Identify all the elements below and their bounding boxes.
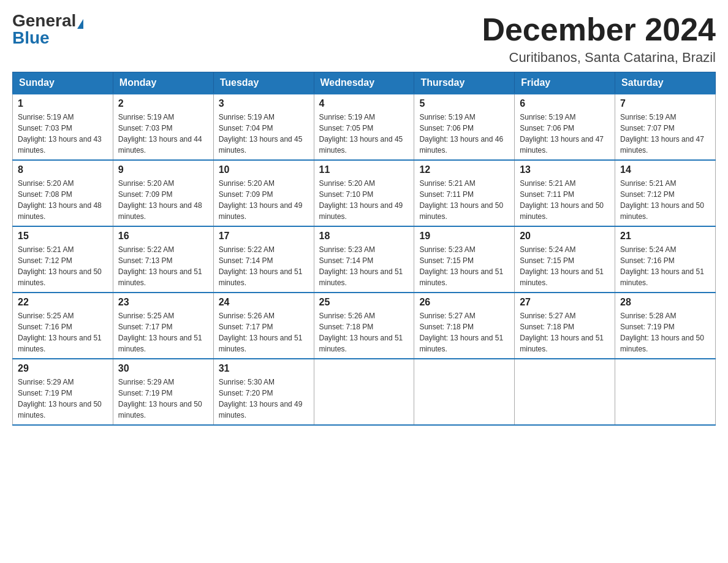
day-info: Sunrise: 5:21 AM Sunset: 7:12 PM Dayligh… xyxy=(620,178,710,222)
day-number: 22 xyxy=(18,297,108,308)
day-info: Sunrise: 5:19 AM Sunset: 7:03 PM Dayligh… xyxy=(118,112,208,156)
sunset-label: Sunset: 7:20 PM xyxy=(219,389,273,397)
sunrise-label: Sunrise: 5:24 AM xyxy=(520,245,575,254)
week-row-3: 15 Sunrise: 5:21 AM Sunset: 7:12 PM Dayl… xyxy=(13,226,716,293)
calendar-header-row: SundayMondayTuesdayWednesdayThursdayFrid… xyxy=(13,72,716,94)
day-number: 17 xyxy=(219,231,309,242)
day-info: Sunrise: 5:23 AM Sunset: 7:14 PM Dayligh… xyxy=(319,244,409,288)
sunrise-label: Sunrise: 5:21 AM xyxy=(620,179,676,188)
daylight-label: Daylight: 13 hours and 45 minutes. xyxy=(219,135,303,155)
calendar-cell xyxy=(615,359,716,425)
day-info: Sunrise: 5:22 AM Sunset: 7:14 PM Dayligh… xyxy=(219,244,309,288)
day-number: 30 xyxy=(118,363,208,374)
daylight-label: Daylight: 13 hours and 43 minutes. xyxy=(18,135,102,155)
daylight-label: Daylight: 13 hours and 45 minutes. xyxy=(319,135,403,155)
header-friday: Friday xyxy=(515,72,615,94)
calendar-table: SundayMondayTuesdayWednesdayThursdayFrid… xyxy=(12,72,716,426)
sunrise-label: Sunrise: 5:25 AM xyxy=(118,312,174,320)
sunset-label: Sunset: 7:07 PM xyxy=(620,124,675,132)
day-number: 16 xyxy=(118,231,208,242)
calendar-cell: 14 Sunrise: 5:21 AM Sunset: 7:12 PM Dayl… xyxy=(615,160,716,226)
week-row-5: 29 Sunrise: 5:29 AM Sunset: 7:19 PM Dayl… xyxy=(13,359,716,425)
sunset-label: Sunset: 7:11 PM xyxy=(520,190,574,199)
day-info: Sunrise: 5:20 AM Sunset: 7:08 PM Dayligh… xyxy=(18,178,108,222)
calendar-cell: 19 Sunrise: 5:23 AM Sunset: 7:15 PM Dayl… xyxy=(414,226,515,293)
sunrise-label: Sunrise: 5:29 AM xyxy=(118,378,174,386)
sunrise-label: Sunrise: 5:22 AM xyxy=(219,245,275,254)
calendar-cell: 8 Sunrise: 5:20 AM Sunset: 7:08 PM Dayli… xyxy=(13,160,113,226)
title-section: December 2024 Curitibanos, Santa Catarin… xyxy=(482,12,716,66)
calendar-cell: 16 Sunrise: 5:22 AM Sunset: 7:13 PM Dayl… xyxy=(113,226,213,293)
calendar-cell: 25 Sunrise: 5:26 AM Sunset: 7:18 PM Dayl… xyxy=(314,293,414,359)
sunset-label: Sunset: 7:03 PM xyxy=(18,124,72,132)
calendar-cell: 10 Sunrise: 5:20 AM Sunset: 7:09 PM Dayl… xyxy=(213,160,314,226)
sunset-label: Sunset: 7:19 PM xyxy=(18,389,72,397)
sunset-label: Sunset: 7:13 PM xyxy=(118,256,173,265)
sunset-label: Sunset: 7:10 PM xyxy=(319,190,374,199)
sunrise-label: Sunrise: 5:19 AM xyxy=(419,113,475,121)
calendar-cell: 26 Sunrise: 5:27 AM Sunset: 7:18 PM Dayl… xyxy=(414,293,515,359)
calendar-cell xyxy=(515,359,615,425)
sunrise-label: Sunrise: 5:19 AM xyxy=(620,113,676,121)
day-number: 28 xyxy=(620,297,710,308)
day-number: 12 xyxy=(419,164,509,175)
daylight-label: Daylight: 13 hours and 50 minutes. xyxy=(620,334,704,353)
day-info: Sunrise: 5:27 AM Sunset: 7:18 PM Dayligh… xyxy=(419,310,509,354)
day-number: 5 xyxy=(419,98,509,109)
daylight-label: Daylight: 13 hours and 50 minutes. xyxy=(419,201,503,221)
day-number: 25 xyxy=(319,297,409,308)
day-number: 21 xyxy=(620,231,710,242)
sunset-label: Sunset: 7:15 PM xyxy=(419,256,474,265)
daylight-label: Daylight: 13 hours and 50 minutes. xyxy=(18,400,102,419)
day-number: 29 xyxy=(18,363,108,374)
sunrise-label: Sunrise: 5:21 AM xyxy=(419,179,475,188)
location-title: Curitibanos, Santa Catarina, Brazil xyxy=(482,50,716,66)
day-info: Sunrise: 5:19 AM Sunset: 7:05 PM Dayligh… xyxy=(319,112,409,156)
sunrise-label: Sunrise: 5:26 AM xyxy=(219,312,275,320)
sunset-label: Sunset: 7:06 PM xyxy=(520,124,574,132)
day-number: 27 xyxy=(520,297,610,308)
sunset-label: Sunset: 7:08 PM xyxy=(18,190,72,199)
sunset-label: Sunset: 7:09 PM xyxy=(118,190,173,199)
month-title: December 2024 xyxy=(482,12,716,47)
daylight-label: Daylight: 13 hours and 51 minutes. xyxy=(118,267,202,287)
daylight-label: Daylight: 13 hours and 51 minutes. xyxy=(319,267,403,287)
logo-triangle-icon xyxy=(77,19,83,29)
logo-blue-text: Blue xyxy=(12,29,50,47)
sunset-label: Sunset: 7:05 PM xyxy=(319,124,374,132)
calendar-cell: 22 Sunrise: 5:25 AM Sunset: 7:16 PM Dayl… xyxy=(13,293,113,359)
sunset-label: Sunset: 7:14 PM xyxy=(319,256,374,265)
sunrise-label: Sunrise: 5:21 AM xyxy=(520,179,575,188)
calendar-cell: 12 Sunrise: 5:21 AM Sunset: 7:11 PM Dayl… xyxy=(414,160,515,226)
sunset-label: Sunset: 7:15 PM xyxy=(520,256,574,265)
day-info: Sunrise: 5:23 AM Sunset: 7:15 PM Dayligh… xyxy=(419,244,509,288)
daylight-label: Daylight: 13 hours and 51 minutes. xyxy=(118,334,202,353)
calendar-cell: 23 Sunrise: 5:25 AM Sunset: 7:17 PM Dayl… xyxy=(113,293,213,359)
day-number: 13 xyxy=(520,164,610,175)
day-info: Sunrise: 5:29 AM Sunset: 7:19 PM Dayligh… xyxy=(18,377,108,421)
sunset-label: Sunset: 7:12 PM xyxy=(18,256,72,265)
day-info: Sunrise: 5:19 AM Sunset: 7:07 PM Dayligh… xyxy=(620,112,710,156)
sunrise-label: Sunrise: 5:27 AM xyxy=(419,312,475,320)
daylight-label: Daylight: 13 hours and 49 minutes. xyxy=(219,201,303,221)
header-wednesday: Wednesday xyxy=(314,72,414,94)
calendar-cell: 29 Sunrise: 5:29 AM Sunset: 7:19 PM Dayl… xyxy=(13,359,113,425)
sunset-label: Sunset: 7:12 PM xyxy=(620,190,675,199)
daylight-label: Daylight: 13 hours and 51 minutes. xyxy=(419,267,503,287)
daylight-label: Daylight: 13 hours and 51 minutes. xyxy=(319,334,403,353)
day-number: 14 xyxy=(620,164,710,175)
sunrise-label: Sunrise: 5:19 AM xyxy=(520,113,575,121)
day-info: Sunrise: 5:25 AM Sunset: 7:16 PM Dayligh… xyxy=(18,310,108,354)
day-info: Sunrise: 5:30 AM Sunset: 7:20 PM Dayligh… xyxy=(219,377,309,421)
day-info: Sunrise: 5:26 AM Sunset: 7:18 PM Dayligh… xyxy=(319,310,409,354)
sunrise-label: Sunrise: 5:19 AM xyxy=(118,113,174,121)
week-row-1: 1 Sunrise: 5:19 AM Sunset: 7:03 PM Dayli… xyxy=(13,94,716,160)
sunset-label: Sunset: 7:17 PM xyxy=(118,323,173,331)
logo-general-line: General xyxy=(12,12,83,29)
day-number: 20 xyxy=(520,231,610,242)
sunset-label: Sunset: 7:14 PM xyxy=(219,256,273,265)
sunrise-label: Sunrise: 5:23 AM xyxy=(419,245,475,254)
day-number: 9 xyxy=(118,164,208,175)
sunrise-label: Sunrise: 5:25 AM xyxy=(18,312,74,320)
sunrise-label: Sunrise: 5:28 AM xyxy=(620,312,676,320)
